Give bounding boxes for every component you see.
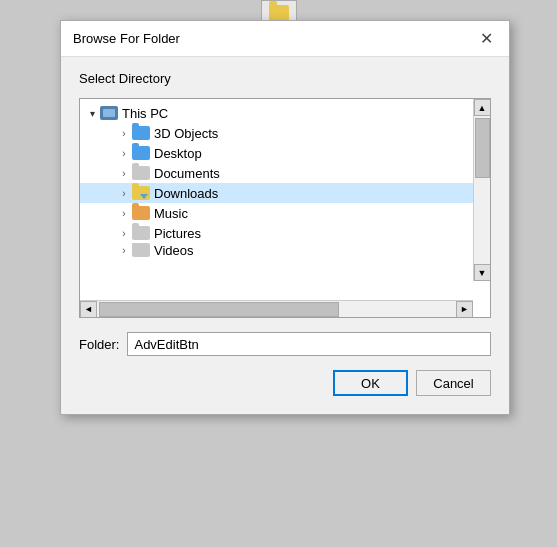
folder-music-icon [132,206,150,220]
tree-item-videos[interactable]: › Videos [80,243,473,257]
folder-desktop-icon [132,146,150,160]
label-documents: Documents [154,166,220,181]
folder-pictures-icon [132,226,150,240]
scroll-up-button[interactable]: ▲ [474,99,491,116]
button-row: OK Cancel [79,370,491,400]
folder-icon-documents [132,166,150,180]
folder-label: Folder: [79,337,119,352]
label-downloads: Downloads [154,186,218,201]
title-bar: Browse For Folder ✕ [61,21,509,57]
folder-3d-objects-icon [132,126,150,140]
tree-container: ▾ This PC › 3D Objects [79,98,491,318]
folder-downloads-icon [132,186,150,200]
folder-icon-downloads [132,186,150,200]
this-pc-icon-wrapper [100,106,118,120]
label-3d-objects: 3D Objects [154,126,218,141]
label-videos: Videos [154,243,194,257]
chevron-pictures: › [116,225,132,241]
this-pc-icon [100,106,118,120]
folder-icon-pictures [132,226,150,240]
chevron-3d-objects: › [116,125,132,141]
folder-documents-icon [132,166,150,180]
chevron-music: › [116,205,132,221]
chevron-this-pc: ▾ [84,105,100,121]
dialog-body: Select Directory ▾ This PC › [61,57,509,414]
scroll-thumb-h[interactable] [99,302,339,317]
this-pc-label: This PC [122,106,168,121]
folder-icon-music [132,206,150,220]
chevron-downloads: › [116,185,132,201]
label-desktop: Desktop [154,146,202,161]
ok-button[interactable]: OK [333,370,408,396]
dialog-title: Browse For Folder [73,31,180,46]
scroll-thumb-v[interactable] [475,118,490,178]
vertical-scrollbar[interactable]: ▲ ▼ [473,99,490,281]
folder-videos-icon [132,243,150,257]
scroll-left-button[interactable]: ◄ [80,301,97,318]
browse-for-folder-dialog: Browse For Folder ✕ Select Directory ▾ T… [60,20,510,415]
tree-item-documents[interactable]: › Documents [80,163,473,183]
close-button[interactable]: ✕ [475,28,497,50]
cancel-button[interactable]: Cancel [416,370,491,396]
scroll-down-button[interactable]: ▼ [474,264,491,281]
label-music: Music [154,206,188,221]
folder-icon-videos [132,243,150,257]
tree-item-3d-objects[interactable]: › 3D Objects [80,123,473,143]
tree-item-music[interactable]: › Music [80,203,473,223]
tree-scroll-area: ▾ This PC › 3D Objects [80,99,490,299]
tree-item-downloads[interactable]: › Downloads [80,183,473,203]
taskbar-folder-icon [269,5,289,21]
chevron-documents: › [116,165,132,181]
scroll-right-button[interactable]: ► [456,301,473,318]
folder-icon-desktop [132,146,150,160]
chevron-videos: › [116,243,132,257]
tree-item-pictures[interactable]: › Pictures [80,223,473,243]
select-directory-label: Select Directory [79,71,491,86]
folder-icon-3d-objects [132,126,150,140]
folder-input-row: Folder: [79,332,491,356]
horizontal-scrollbar[interactable]: ◄ ► [80,300,473,317]
folder-dl-arrow [140,194,148,199]
tree-item-this-pc[interactable]: ▾ This PC [80,103,473,123]
folder-input[interactable] [127,332,491,356]
tree-content: ▾ This PC › 3D Objects [80,99,473,261]
tree-item-desktop[interactable]: › Desktop [80,143,473,163]
chevron-desktop: › [116,145,132,161]
label-pictures: Pictures [154,226,201,241]
